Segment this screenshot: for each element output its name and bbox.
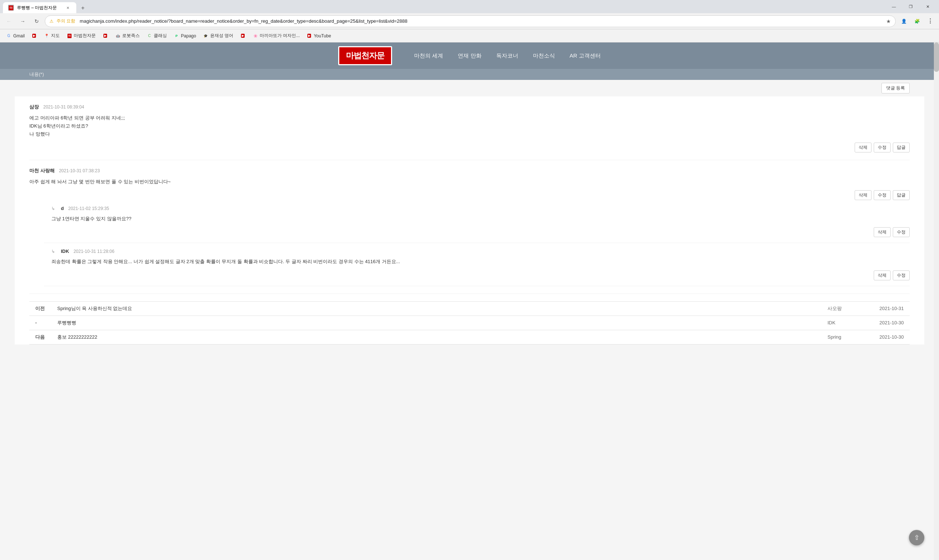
- magichanja-favicon: 마: [66, 33, 72, 39]
- extensions-button[interactable]: 🧩: [911, 15, 923, 27]
- scrollbar-track[interactable]: [934, 43, 939, 560]
- reply-2-header: ↳ IDK 2021-10-31 11:28:06: [51, 248, 910, 254]
- reply-1-delete-btn[interactable]: 삭제: [874, 227, 891, 237]
- comment-2-delete-btn[interactable]: 삭제: [855, 190, 871, 200]
- back-button[interactable]: ←: [3, 15, 15, 27]
- address-bar[interactable]: ⚠ 주의 요함 magichanja.com/index.php/reader_…: [45, 15, 896, 27]
- nav-current-author: IDK: [822, 315, 866, 330]
- nav-serial-comic[interactable]: 연재 만화: [458, 52, 481, 59]
- reply-1-header: ↳ d 2021-11-02 15:29:35: [51, 206, 910, 211]
- profile-button[interactable]: 👤: [898, 15, 910, 27]
- bookmark-magicmom-label: 마끼아또가 여자인...: [260, 32, 300, 39]
- yunje-favicon: 🎓: [203, 33, 209, 39]
- maximize-button[interactable]: ❐: [902, 0, 919, 13]
- active-tab[interactable]: 마 루뻥뻥 – 마법천자문 ✕: [3, 2, 76, 13]
- scroll-to-top-button[interactable]: ⇧: [909, 530, 924, 545]
- youtube-favicon-2: ▶: [102, 33, 108, 39]
- bookmark-youtube-2[interactable]: ▶: [99, 32, 111, 40]
- bookmark-yunje-label: 윤재성 영어: [210, 32, 233, 39]
- papago-favicon: P: [174, 33, 179, 39]
- scrollbar-thumb[interactable]: [934, 43, 939, 72]
- reply-2-delete-btn[interactable]: 삭제: [874, 271, 891, 280]
- content-header: 내용(*): [0, 69, 939, 80]
- nav-prev-author: 사오팡: [822, 301, 866, 315]
- comment-block-2: 마천 사랑해 2021-10-31 07:38:23 아주 쉽게 해 놔서 그냥…: [29, 160, 910, 294]
- security-label: 주의 요함: [57, 18, 75, 24]
- youtube-favicon-4: ▶: [306, 33, 312, 39]
- reply-1-line-1: 그냥 1연타면 지울수 있지 않을까요??: [51, 215, 910, 223]
- robots-favicon: 🤖: [115, 33, 121, 39]
- nav-current-label: -: [29, 315, 51, 330]
- minimize-button[interactable]: —: [885, 0, 902, 13]
- bookmark-youtube-1[interactable]: ▶: [28, 32, 40, 40]
- reply-2-date: 2021-10-31 11:28:06: [73, 249, 114, 254]
- nav-reader-corner[interactable]: 독자코너: [496, 52, 518, 59]
- tab-title: 루뻥뻥 – 마법천자문: [17, 5, 62, 11]
- bookmark-star-icon[interactable]: ★: [886, 18, 891, 24]
- nav-current-title[interactable]: 루뻥뻥뻥: [51, 315, 822, 330]
- comment-2-author: 마천 사랑해: [29, 168, 55, 174]
- content-header-label: 내용(*): [29, 71, 44, 77]
- url-text: magichanja.com/index.php/reader_notice/?…: [80, 18, 883, 24]
- tab-bar: 마 루뻥뻥 – 마법천자문 ✕ +: [3, 0, 88, 13]
- nav-row-next[interactable]: 다음 홍보 22222222222 Spring 2021-10-30: [29, 330, 910, 344]
- bookmark-gmail[interactable]: G Gmail: [3, 32, 28, 40]
- comment-2-line-1: 아주 쉽게 해 놔서 그냥 몇 번만 해보면 풀 수 있는 비번이었답니다~: [29, 178, 910, 186]
- bookmark-magichanja[interactable]: 마 마법천자문: [63, 31, 99, 40]
- bookmark-papago[interactable]: P Papago: [171, 32, 199, 40]
- comment-1-date: 2021-10-31 08:39:04: [43, 105, 84, 109]
- bookmark-magicmom[interactable]: 🌸 마끼아또가 여자인...: [250, 31, 302, 40]
- nav-row-prev[interactable]: 이전 Spring님이 욕 사용하신적 없는데요 사오팡 2021-10-31: [29, 301, 910, 315]
- bookmark-classling[interactable]: C 클래싱: [143, 31, 170, 40]
- nav-machen-world[interactable]: 마천의 세계: [414, 52, 443, 59]
- reply-indicator-1: ↳: [51, 206, 55, 211]
- bookmark-youtube-3[interactable]: ▶: [237, 32, 249, 40]
- nav-news[interactable]: 마천소식: [533, 52, 555, 59]
- comments-section: 삼장 2021-10-31 08:39:04 에고 머리아파 6학년 되면 공부…: [15, 96, 924, 345]
- bookmark-youtube-4[interactable]: ▶ YouTube: [303, 32, 334, 40]
- navigation-bar: ← → ↻ ⚠ 주의 요함 magichanja.com/index.php/r…: [0, 13, 939, 29]
- comment-2-reply-btn[interactable]: 답글: [893, 190, 910, 200]
- new-tab-button[interactable]: +: [78, 3, 88, 13]
- reply-block-2: ↳ IDK 2021-10-31 11:28:06 죄송한데 확률은 그렇게 작…: [44, 243, 910, 286]
- comment-1-line-2: IDK님 6학년이라고 하셨죠?: [29, 122, 910, 130]
- comment-1-reply-btn[interactable]: 답글: [893, 143, 910, 152]
- close-button[interactable]: ✕: [919, 0, 936, 13]
- bookmark-maps[interactable]: 📍 지도: [41, 31, 63, 40]
- title-bar: 마 루뻥뻥 – 마법천자문 ✕ + — ❐ ✕: [0, 0, 939, 13]
- reply-2-edit-btn[interactable]: 수정: [893, 271, 910, 280]
- classling-favicon: C: [146, 33, 152, 39]
- comment-2-body: 아주 쉽게 해 놔서 그냥 몇 번만 해보면 풀 수 있는 비번이었답니다~: [29, 178, 910, 186]
- comment-1-delete-btn[interactable]: 삭제: [855, 143, 871, 152]
- nav-next-title[interactable]: 홍보 22222222222: [51, 330, 822, 344]
- refresh-button[interactable]: ↻: [31, 15, 43, 27]
- gmail-favicon: G: [6, 33, 12, 39]
- reply-indicator-2: ↳: [51, 249, 55, 254]
- nav-prev-title[interactable]: Spring님이 욕 사용하신적 없는데요: [51, 301, 822, 315]
- nav-next-author: Spring: [822, 330, 866, 344]
- nav-row-current[interactable]: - 루뻥뻥뻥 IDK 2021-10-30: [29, 315, 910, 330]
- comment-2-edit-btn[interactable]: 수정: [874, 190, 891, 200]
- browser-frame: 마 루뻥뻥 – 마법천자문 ✕ + — ❐ ✕ ← → ↻ ⚠ 주의 요함 ma…: [0, 0, 939, 560]
- bookmark-yunje[interactable]: 🎓 윤재성 영어: [200, 31, 236, 40]
- nav-actions: 👤 🧩 ⋮: [898, 15, 936, 27]
- comment-1-line-3: 나 망했다: [29, 130, 910, 138]
- reply-2-line-1: 죄송한데 확률은 그렇게 작용 안해요... 너가 쉽게 설정해도 글자 2개 …: [51, 258, 910, 266]
- menu-button[interactable]: ⋮: [924, 15, 936, 27]
- nav-ar-customer[interactable]: AR 고객센터: [570, 52, 601, 59]
- comment-1-edit-btn[interactable]: 수정: [874, 143, 891, 152]
- bookmark-classling-label: 클래싱: [154, 32, 167, 39]
- site-logo[interactable]: 마법천자문: [338, 46, 392, 65]
- comment-register-button[interactable]: 댓글 등록: [881, 83, 910, 94]
- tab-close-button[interactable]: ✕: [65, 5, 71, 11]
- reply-2-actions: 삭제 수정: [51, 271, 910, 280]
- nav-current-date: 2021-10-30: [866, 315, 910, 330]
- bookmark-robots[interactable]: 🤖 로봇족스: [112, 31, 143, 40]
- bookmark-gmail-label: Gmail: [13, 33, 25, 38]
- nav-prev-label: 이전: [29, 301, 51, 315]
- reply-2-body: 죄송한데 확률은 그렇게 작용 안해요... 너가 쉽게 설정해도 글자 2개 …: [51, 258, 910, 266]
- bookmark-robots-label: 로봇족스: [122, 32, 140, 39]
- reply-1-edit-btn[interactable]: 수정: [893, 227, 910, 237]
- forward-button[interactable]: →: [17, 15, 29, 27]
- site-nav: 마천의 세계 연재 만화 독자코너 마천소식 AR 고객센터: [414, 52, 600, 59]
